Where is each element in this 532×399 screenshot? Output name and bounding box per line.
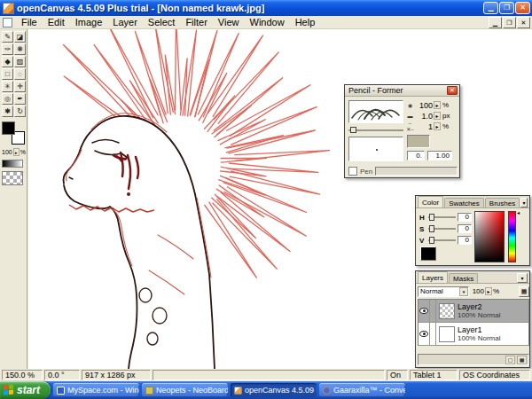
preserve-opacity-icon[interactable]: ▦ (519, 286, 529, 297)
taskbar-item-opencanvas[interactable]: openCanvas 4.5.09 P... (231, 383, 317, 397)
menu-select[interactable]: Select (143, 16, 181, 29)
status-coordinates-mode: OS Coordinates (459, 370, 530, 380)
layers-panel-menu-icon[interactable]: ▾ (517, 273, 528, 283)
brush-tip-dot (376, 149, 378, 151)
taskbar-item-label: openCanvas 4.5.09 P... (245, 386, 317, 395)
tool-preset-checkbox[interactable] (348, 167, 357, 176)
value-slider[interactable] (428, 237, 456, 244)
pencil-panel-header[interactable]: Pencil - Former ✕ (345, 85, 459, 97)
blend-mode-dropdown-icon[interactable]: ▾ (459, 287, 468, 296)
current-color-swatch[interactable] (420, 246, 436, 261)
transparency-pattern-swatch[interactable] (2, 171, 23, 185)
brush-tool[interactable]: ✑ (2, 43, 13, 55)
document-icon[interactable] (3, 18, 12, 27)
taskbar-item-neopets[interactable]: Neopets - NeoBoards... (142, 383, 228, 397)
interval-value[interactable]: 1 (416, 122, 433, 131)
rotate-tool[interactable]: ↻ (14, 106, 26, 117)
layer-list: Layer2 100% Normal Layer1 100% Normal (418, 299, 529, 346)
layer1-visibility-eye-icon[interactable] (419, 331, 428, 337)
fill-tool[interactable]: ◆ (2, 56, 13, 67)
start-button[interactable]: start (0, 381, 51, 399)
layer1-name: Layer1 (458, 325, 500, 334)
app-icon (3, 3, 14, 14)
tone-tool[interactable]: ▨ (14, 56, 26, 67)
layer2-visibility-eye-icon[interactable] (419, 308, 428, 314)
tab-brushes[interactable]: Brushes (485, 198, 520, 207)
menu-image[interactable]: Image (70, 16, 108, 29)
tab-swatches[interactable]: Swatches (444, 198, 484, 207)
status-zoom: 150.0 % (2, 370, 43, 380)
menu-help[interactable]: Help (290, 16, 321, 29)
layer-row-layer2[interactable]: Layer2 100% Normal (419, 300, 528, 323)
select-rect-tool[interactable]: □ (2, 68, 13, 80)
interval-spinner-icon[interactable]: ▸ (434, 122, 441, 130)
pencil-panel-close-icon[interactable]: ✕ (447, 86, 458, 95)
value-value[interactable]: 0 (458, 236, 472, 245)
menu-view[interactable]: View (213, 16, 245, 29)
eyedropper-tool[interactable]: ✒ (14, 93, 26, 105)
size-spinner-icon[interactable]: ▸ (434, 112, 441, 120)
opacity-value[interactable]: 100 (416, 101, 433, 110)
taskbar-item-myspace[interactable]: MySpace.com - Wind... (53, 383, 139, 397)
gradient-preview[interactable] (2, 160, 23, 168)
hue-slider[interactable] (428, 214, 456, 221)
layer1-info: 100% Normal (458, 334, 500, 343)
layer2-thumbnail[interactable] (439, 303, 455, 319)
tab-masks[interactable]: Masks (449, 273, 478, 283)
maximize-button[interactable]: ❐ (499, 2, 514, 14)
mdi-restore-button[interactable]: ❐ (503, 17, 516, 28)
layer-row-layer1[interactable]: Layer1 100% Normal (419, 323, 528, 346)
saturation-value-picker[interactable] (474, 211, 505, 262)
layer-opacity-spinner-icon[interactable]: ▸ (485, 287, 492, 295)
blend-mode-select[interactable]: Normal ▾ (418, 286, 469, 297)
status-spacer (153, 370, 385, 380)
foreground-color-swatch[interactable] (2, 121, 15, 135)
brush-size-spinner-icon[interactable]: ▸ (13, 148, 20, 156)
mdi-minimize-button[interactable]: ▁ (489, 17, 502, 28)
menu-file[interactable]: File (16, 16, 43, 29)
menu-window[interactable]: Window (245, 16, 290, 29)
ink-color-swatch[interactable] (407, 135, 430, 148)
saturation-value[interactable]: 0 (458, 224, 472, 233)
mdi-close-button[interactable]: ✕ (517, 17, 530, 28)
menu-filter[interactable]: Filter (180, 16, 212, 29)
pencil-tool[interactable]: ✎ (2, 31, 13, 43)
hue-value[interactable]: 0 (458, 213, 472, 222)
lasso-tool[interactable]: ◌ (14, 68, 26, 80)
hue-bar[interactable] (508, 211, 516, 262)
move-tool[interactable]: ✛ (14, 81, 26, 92)
titlebar[interactable]: openCanvas 4.5.09 Plus trial - [Non name… (0, 0, 532, 16)
layer2-pen-indicator[interactable] (430, 300, 436, 322)
eraser-tool[interactable]: ◪ (14, 31, 26, 43)
saturation-slider[interactable] (428, 225, 456, 232)
layers-panel: Layers Masks ▾ Normal ▾ 100 ▸ % ▦ (415, 270, 530, 368)
zoom-tool[interactable]: ◎ (2, 93, 13, 105)
pressure-max-value[interactable]: 1.00 (427, 151, 452, 160)
size-value[interactable]: 1.0 (416, 112, 433, 121)
menubar: File Edit Image Layer Select Filter View… (0, 16, 532, 29)
tab-color[interactable]: Color (418, 196, 443, 207)
minimize-button[interactable]: ▁ (483, 2, 498, 14)
slider-handle[interactable] (350, 127, 356, 133)
layer1-pen-indicator[interactable] (430, 323, 436, 345)
menu-layer[interactable]: Layer (107, 16, 143, 29)
color-panel-menu-icon[interactable]: ▾ (520, 198, 528, 207)
hand-tool[interactable]: ✱ (2, 106, 13, 117)
layer1-thumbnail[interactable] (439, 326, 455, 342)
menu-edit[interactable]: Edit (43, 16, 70, 29)
pressure-min-value[interactable]: 0. (407, 151, 425, 160)
magic-wand-tool[interactable]: ✳ (2, 81, 13, 92)
tab-layers[interactable]: Layers (418, 271, 448, 283)
layer-opacity-value[interactable]: 100 (471, 287, 484, 295)
size-unit: px (442, 112, 450, 120)
brush-size-slider[interactable] (348, 127, 403, 133)
status-bar: 150.0 % 0.0 ° 917 x 1286 px On Tablet 1 … (0, 369, 532, 381)
delete-layer-icon[interactable]: ▦ (517, 356, 527, 364)
new-layer-icon[interactable]: ▢ (505, 356, 515, 364)
opacity-spinner-icon[interactable]: ▸ (434, 101, 441, 109)
airbrush-tool[interactable]: ❋ (14, 43, 26, 55)
taskbar-item-gaaraxilla[interactable]: Gaaraxilla™ - Conver... (319, 383, 405, 397)
close-button[interactable]: ✕ (515, 2, 530, 14)
tool-preset-field[interactable] (375, 167, 458, 176)
color-swatches (2, 121, 25, 145)
